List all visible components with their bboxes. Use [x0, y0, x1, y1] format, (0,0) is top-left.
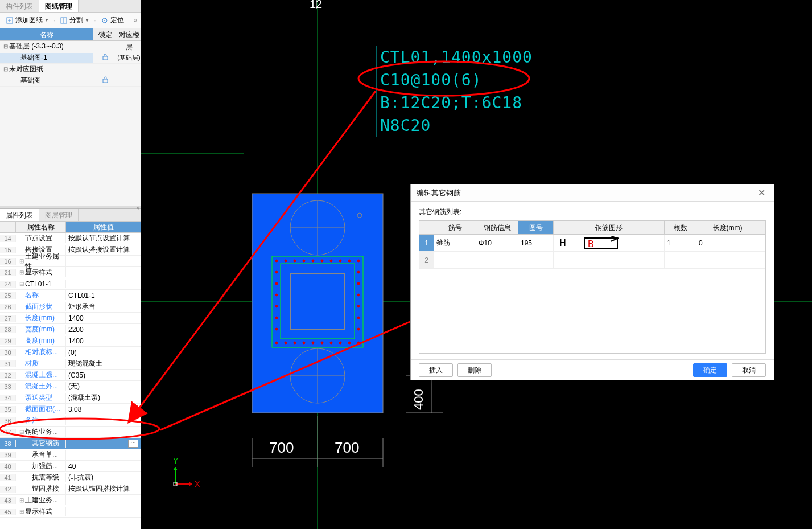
- table-row-1[interactable]: 1 箍筋 Φ10 195 H B 1 0: [419, 235, 765, 252]
- prop-row-28[interactable]: 28宽度(mm)2200: [0, 324, 141, 335]
- tree-header: 名称 锁定 对应楼层: [0, 28, 141, 41]
- close-icon[interactable]: ×: [136, 205, 139, 211]
- svg-point-27: [294, 260, 296, 262]
- locate-label: 定位: [110, 15, 124, 25]
- tree-label: 未对应图纸: [9, 64, 43, 74]
- svg-point-39: [312, 342, 314, 344]
- th-index: [419, 221, 434, 234]
- locate-button[interactable]: 定位: [98, 14, 126, 26]
- panel-splitter[interactable]: ×: [0, 206, 141, 209]
- tree-row-foundation-drawing-1[interactable]: 基础图-1 (基础层): [0, 52, 141, 64]
- tree-row-foundation-level[interactable]: ⊟基础层 (-3.3~-0.3): [0, 41, 141, 52]
- prop-row-30[interactable]: 30相对底标...(0): [0, 347, 141, 358]
- collapse-icon[interactable]: ⊟: [2, 66, 9, 72]
- prop-row-24[interactable]: 24⊟CTL01-1: [0, 278, 141, 290]
- tree-row-foundation-drawing[interactable]: 基础图: [0, 75, 141, 87]
- lock-icon[interactable]: [93, 76, 117, 85]
- th-length: 长度(mm): [696, 221, 759, 234]
- svg-point-6: [104, 20, 105, 21]
- svg-point-36: [285, 342, 287, 344]
- prop-row-29[interactable]: 29高度(mm)1400: [0, 335, 141, 347]
- prop-row-35[interactable]: 35截面面积(...3.08: [0, 404, 141, 415]
- prop-row-38-other-rebar[interactable]: 38其它钢筋⋯: [0, 438, 141, 449]
- tree-row-unassigned[interactable]: ⊟未对应图纸: [0, 64, 141, 75]
- svg-point-49: [275, 317, 278, 319]
- tree-floor: (基础层): [117, 54, 141, 62]
- prop-row-16[interactable]: 16⊞土建业务属性: [0, 256, 141, 267]
- expand-icon[interactable]: ⊞: [18, 258, 25, 264]
- table-row-2[interactable]: 2: [419, 252, 765, 269]
- svg-point-28: [303, 260, 305, 262]
- cell-rebar-info[interactable]: Φ10: [476, 235, 518, 251]
- lock-icon[interactable]: [93, 54, 117, 62]
- split-button[interactable]: 分割 ▼: [57, 14, 92, 26]
- property-header-value: 属性值: [66, 222, 141, 232]
- cell-shape-no[interactable]: 195: [518, 235, 554, 251]
- prop-row-43[interactable]: 43⊞土建业务...: [0, 495, 141, 506]
- tree-label: 基础图: [9, 76, 41, 85]
- top-tabs: 构件列表 图纸管理: [0, 0, 141, 13]
- add-drawing-button[interactable]: 添加图纸 ▼: [3, 14, 51, 26]
- prop-row-39[interactable]: 39承台单...: [0, 449, 141, 461]
- svg-point-54: [357, 305, 360, 307]
- dialog-titlebar[interactable]: 编辑其它钢筋 ✕: [411, 184, 774, 202]
- prop-row-27[interactable]: 27长度(mm)1400: [0, 313, 141, 324]
- close-button[interactable]: ✕: [755, 186, 768, 200]
- tab-property-list[interactable]: 属性列表: [0, 209, 39, 221]
- prop-row-41[interactable]: 41抗震等级(非抗震): [0, 472, 141, 483]
- prop-row-37[interactable]: 37⊟钢筋业务...: [0, 427, 141, 438]
- prop-row-25[interactable]: 25名称CTL01-1: [0, 290, 141, 301]
- svg-point-44: [357, 342, 360, 344]
- svg-point-37: [294, 342, 296, 344]
- cell-count[interactable]: 1: [665, 235, 696, 251]
- row-number: 2: [419, 252, 434, 268]
- prop-row-45[interactable]: 45⊞显示样式: [0, 506, 141, 518]
- tree-label: 基础层 (-3.3~-0.3): [9, 42, 64, 51]
- svg-text:H: H: [559, 238, 566, 248]
- prop-row-42[interactable]: 42锚固搭接按默认锚固搭接计算: [0, 483, 141, 495]
- property-grid: 属性名称 属性值 14节点设置按默认节点设置计算 15搭接设置按默认搭接设置计算…: [0, 222, 141, 529]
- expand-icon[interactable]: ⊞: [18, 269, 25, 276]
- prop-row-26[interactable]: 26截面形状矩形承台: [0, 301, 141, 313]
- tab-layer-manage[interactable]: 图层管理: [39, 209, 79, 221]
- rebar-list-label: 其它钢筋列表:: [419, 207, 766, 217]
- svg-point-50: [275, 328, 278, 330]
- th-shape-no[interactable]: 图号: [518, 221, 554, 234]
- toolbar-more-icon[interactable]: »: [134, 17, 137, 23]
- th-count: 根数: [665, 221, 696, 234]
- prop-row-21[interactable]: 21⊞显示样式: [0, 267, 141, 278]
- drawing-tree: ⊟基础层 (-3.3~-0.3) 基础图-1 (基础层) ⊟未对应图纸 基础图: [0, 41, 141, 87]
- expand-icon[interactable]: ⊞: [18, 509, 25, 515]
- svg-point-53: [357, 294, 360, 296]
- prop-row-33[interactable]: 33混凝土外...(无): [0, 381, 141, 392]
- collapse-icon[interactable]: ⊟: [18, 281, 25, 287]
- expand-icon[interactable]: ⊞: [18, 497, 25, 503]
- collapse-icon[interactable]: ⊟: [18, 429, 25, 435]
- svg-marker-67: [173, 467, 178, 470]
- delete-button[interactable]: 删除: [457, 363, 492, 377]
- prop-row-32[interactable]: 32混凝土强...(C35): [0, 370, 141, 381]
- more-button[interactable]: ⋯: [128, 440, 138, 448]
- prop-row-34[interactable]: 34泵送类型(混凝土泵): [0, 392, 141, 404]
- prop-row-31[interactable]: 31材质现浇混凝土: [0, 358, 141, 370]
- cell-rebar-shape[interactable]: H B: [554, 235, 665, 251]
- svg-point-40: [321, 342, 323, 344]
- cell-rebar-no[interactable]: 箍筋: [434, 235, 476, 251]
- ok-button[interactable]: 确定: [693, 363, 727, 377]
- prop-row-36[interactable]: 36备注: [0, 415, 141, 427]
- collapse-icon[interactable]: ⊟: [2, 43, 9, 50]
- chevron-down-icon: ▼: [44, 18, 49, 23]
- insert-button[interactable]: 插入: [419, 363, 453, 377]
- tab-drawing-manage[interactable]: 图纸管理: [39, 0, 79, 12]
- prop-row-40[interactable]: 40加强筋...40: [0, 461, 141, 472]
- cancel-button[interactable]: 取消: [732, 363, 766, 377]
- tab-component-list[interactable]: 构件列表: [0, 0, 39, 12]
- cell-length[interactable]: 0: [696, 235, 759, 251]
- prop-row-14[interactable]: 14节点设置按默认节点设置计算: [0, 233, 141, 244]
- split-label: 分割: [69, 15, 83, 25]
- split-icon: [60, 17, 68, 24]
- th-rebar-no: 筋号: [434, 221, 476, 234]
- dim-400: 400: [411, 389, 426, 410]
- svg-point-42: [339, 342, 341, 344]
- svg-point-48: [275, 305, 278, 307]
